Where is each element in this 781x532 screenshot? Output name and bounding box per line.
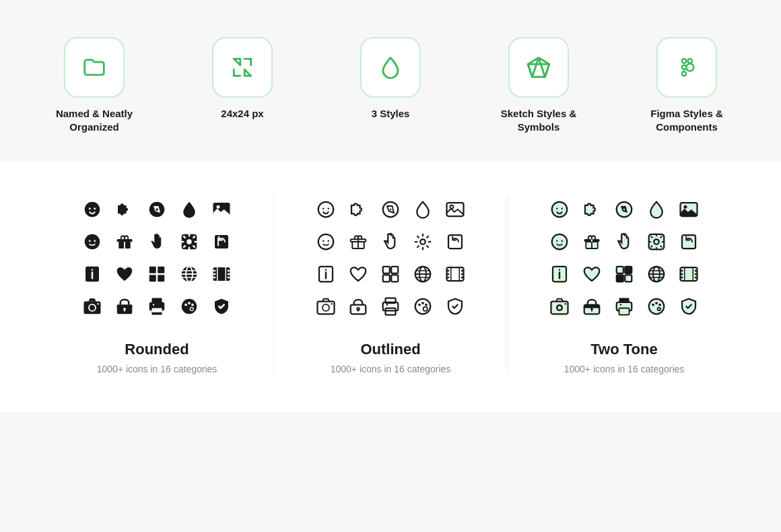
two-tone-title: Two Tone: [590, 341, 657, 358]
drop-icon: [378, 55, 403, 80]
icon-grid-rounded: [143, 260, 171, 288]
two-tone-subtitle: 1000+ icons in 16 categories: [564, 364, 685, 374]
icon-puzzle-outlined: [344, 195, 372, 224]
svg-point-12: [89, 207, 91, 209]
icon-shield-rounded: [207, 292, 236, 321]
icon-globe-outlined: [409, 260, 437, 288]
svg-point-179: [658, 303, 661, 306]
svg-rect-89: [391, 266, 398, 273]
icon-info-twotone: [545, 260, 574, 288]
svg-point-72: [328, 207, 330, 209]
svg-rect-144: [617, 266, 623, 273]
outlined-icon-grid: [312, 195, 469, 321]
svg-point-128: [623, 208, 625, 210]
icon-face-twotone: [545, 195, 574, 224]
icon-settings-twotone: [642, 228, 671, 256]
icon-face-rounded: [78, 195, 106, 224]
icon-globe-rounded: [175, 260, 203, 288]
svg-rect-7: [682, 59, 686, 63]
svg-rect-140: [682, 235, 695, 248]
svg-point-66: [188, 302, 191, 304]
feature-styles: 3 Styles: [337, 37, 444, 121]
icon-puzzle-twotone: [578, 195, 606, 224]
svg-point-64: [182, 298, 197, 314]
svg-rect-173: [619, 308, 630, 314]
icon-touch-outlined: [376, 228, 405, 256]
icon-grid-outlined: [376, 260, 405, 288]
svg-point-177: [652, 303, 654, 306]
svg-rect-36: [149, 275, 156, 281]
feature-icon-box-size: [212, 37, 273, 98]
svg-point-11: [85, 201, 100, 217]
icon-image-twotone: [675, 195, 703, 224]
svg-point-69: [191, 307, 193, 310]
feature-label-named: Named & Neatly Organized: [40, 107, 148, 135]
svg-point-107: [322, 304, 329, 310]
icon-puzzle-rounded: [110, 195, 139, 224]
svg-rect-156: [681, 273, 683, 275]
svg-rect-115: [386, 304, 388, 306]
icon-film-twotone: [675, 260, 703, 288]
icon-heart-outlined: [344, 260, 372, 288]
svg-rect-48: [228, 273, 230, 275]
features-section: Named & Neatly Organized 24x24 px 3 Styl…: [0, 0, 781, 162]
icon-face2-outlined: [312, 228, 340, 256]
svg-rect-100: [447, 276, 450, 278]
icon-compass-outlined: [376, 195, 405, 224]
feature-icon-box-figma: [656, 37, 717, 98]
svg-point-133: [556, 240, 558, 242]
icon-shield-twotone: [675, 292, 703, 321]
svg-point-178: [655, 302, 658, 304]
svg-point-6: [686, 63, 693, 71]
svg-rect-102: [461, 273, 464, 275]
svg-rect-8: [682, 65, 686, 69]
feature-icon-box-named: [64, 37, 125, 98]
icon-gift-rounded: [110, 228, 139, 256]
svg-rect-49: [228, 276, 230, 278]
icon-face2-twotone: [545, 228, 574, 256]
icon-gift-twotone: [578, 228, 606, 256]
icon-face2-rounded: [78, 228, 106, 256]
svg-rect-34: [149, 266, 156, 273]
style-column-two-tone: Two Tone 1000+ icons in 16 categories: [507, 195, 741, 374]
icon-camera-outlined: [312, 292, 340, 321]
svg-point-120: [423, 306, 428, 310]
svg-point-13: [94, 207, 96, 209]
svg-rect-47: [228, 269, 230, 271]
svg-point-65: [184, 303, 187, 306]
svg-point-22: [90, 240, 90, 241]
svg-point-70: [318, 201, 334, 217]
svg-rect-98: [447, 269, 450, 271]
svg-rect-63: [153, 304, 155, 306]
feature-named: Named & Neatly Organized: [40, 37, 148, 135]
rounded-title: Rounded: [125, 341, 189, 358]
svg-rect-174: [620, 304, 622, 306]
icon-gift-outlined: [344, 228, 372, 256]
svg-rect-158: [695, 269, 698, 271]
svg-point-116: [415, 298, 431, 314]
svg-point-33: [92, 269, 94, 271]
svg-rect-35: [158, 266, 164, 273]
svg-point-130: [684, 205, 687, 208]
icon-palette-rounded: [175, 292, 203, 321]
icon-drop-twotone: [642, 195, 671, 224]
svg-rect-101: [461, 269, 464, 271]
icon-shield-outlined: [441, 292, 469, 321]
style-column-rounded: Rounded 1000+ icons in 16 categories: [40, 195, 273, 374]
svg-point-165: [558, 306, 562, 309]
icon-film-outlined: [441, 260, 469, 288]
icon-heart-rounded: [110, 260, 139, 288]
svg-point-80: [328, 240, 330, 242]
svg-point-79: [322, 240, 325, 242]
svg-rect-114: [386, 308, 396, 314]
icon-globe-twotone: [642, 260, 671, 288]
svg-point-83: [420, 239, 426, 244]
icon-touch-twotone: [610, 228, 638, 256]
svg-rect-90: [383, 275, 390, 281]
icon-info-rounded: [78, 260, 106, 288]
icon-camera-twotone: [545, 292, 574, 321]
svg-point-75: [390, 208, 392, 210]
svg-point-118: [421, 302, 424, 304]
outlined-subtitle: 1000+ icons in 16 categories: [331, 364, 451, 374]
icon-image-outlined: [441, 195, 469, 224]
